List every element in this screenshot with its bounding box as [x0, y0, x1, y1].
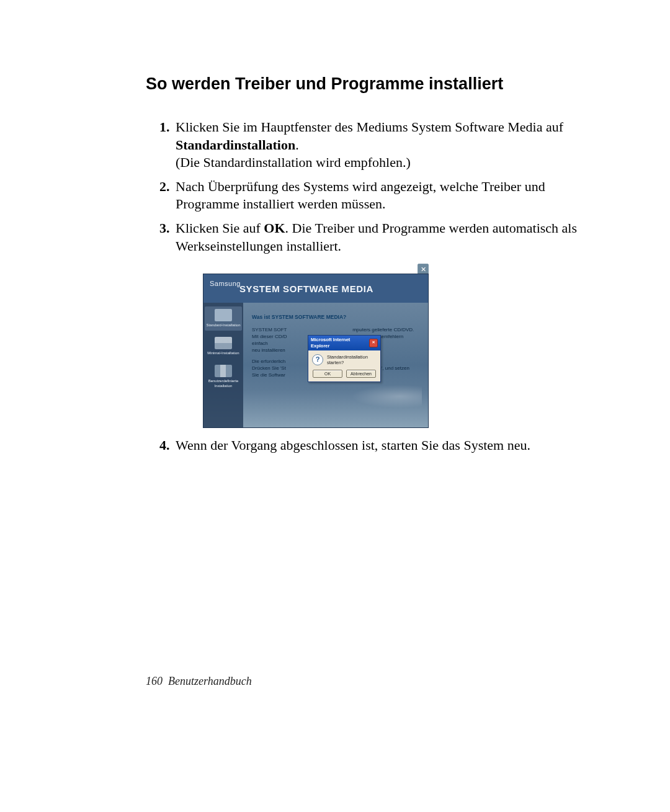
standard-install-icon [215, 309, 232, 321]
close-icon[interactable]: × [369, 339, 378, 347]
footer-label: Benutzerhandbuch [168, 675, 252, 687]
app-header: SamsungSYSTEM SOFTWARE MEDIA [203, 274, 428, 303]
dialog-body: ? Standardinstallation starten? [308, 350, 380, 369]
step-4-text: Wenn der Vorgang abgeschlossen ist, star… [176, 437, 530, 453]
step-1: Klicken Sie im Hauptfenster des Mediums … [173, 118, 596, 172]
main-question: Was ist SYSTEM SOFTWARE MEDIA? [252, 314, 421, 321]
main-panel: Was ist SYSTEM SOFTWARE MEDIA? SYSTEM SO… [243, 303, 428, 427]
sidebar-item-label: Benutzerdefinierte Installation [206, 379, 241, 389]
app-body: Standard-Installation Minimal-Installati… [203, 303, 428, 427]
ok-button[interactable]: OK [313, 370, 342, 378]
app-window: SamsungSYSTEM SOFTWARE MEDIA Standard-In… [203, 274, 429, 428]
brand-label: Samsung [210, 280, 241, 287]
dialog-button-row: OK Abbrechen [308, 368, 380, 381]
sidebar-item-custom[interactable]: Benutzerdefinierte Installation [205, 362, 242, 391]
document-page: So werden Treiber und Programme installi… [0, 0, 670, 812]
custom-install-icon [215, 365, 232, 377]
step-2: Nach Überprüfung des Systems wird angeze… [173, 178, 596, 213]
confirm-dialog: Microsoft Internet Explorer × ? Standard… [308, 335, 381, 382]
line-fragment: Sie die Softwar [252, 372, 285, 378]
sidebar-item-standard[interactable]: Standard-Installation [205, 306, 242, 331]
sidebar-item-label: Minimal-Installation [206, 351, 241, 356]
step-3: Klicken Sie auf OK. Die Treiber und Prog… [173, 220, 596, 428]
sidebar: Standard-Installation Minimal-Installati… [203, 303, 243, 427]
line-fragment: Die erforderlich [252, 359, 285, 364]
line-fragment: Mit dieser CD/D [252, 334, 287, 339]
step-4: Wenn der Vorgang abgeschlossen ist, star… [173, 437, 596, 455]
dialog-title-text: Microsoft Internet Explorer [311, 337, 369, 349]
section-heading: So werden Treiber und Programme installi… [146, 74, 596, 94]
product-label: SYSTEM SOFTWARE MEDIA [239, 283, 373, 294]
minimal-install-icon [215, 337, 232, 349]
step-2-text: Nach Überprüfung des Systems wird angeze… [176, 179, 545, 212]
page-number: 160 [146, 675, 163, 687]
page-footer: 160 Benutzerhandbuch [146, 675, 252, 688]
line-fragment: SYSTEM SOFT [252, 327, 287, 332]
dialog-titlebar: Microsoft Internet Explorer × [308, 336, 380, 350]
sidebar-item-label: Standard-Installation [206, 323, 241, 328]
line-fragment: Drücken Sie 'St [252, 365, 286, 371]
line-fragment: mputers gelieferte CD/DVD. [352, 327, 414, 332]
line-fragment: neu installieren [252, 347, 285, 353]
question-icon: ? [312, 354, 323, 365]
embedded-screenshot: ✕ SamsungSYSTEM SOFTWARE MEDIA Standard-… [203, 264, 429, 428]
step-1-bold: Standardinstallation [176, 137, 295, 153]
step-1-note: (Die Standardinstallation wird empfohlen… [176, 154, 411, 170]
cancel-button[interactable]: Abbrechen [346, 370, 376, 378]
instruction-list: Klicken Sie im Hauptfenster des Mediums … [146, 118, 596, 455]
step-1-text-a: Klicken Sie im Hauptfenster des Mediums … [176, 119, 563, 135]
step-3-text-a: Klicken Sie auf [176, 220, 264, 236]
step-1-period: . [295, 137, 299, 153]
dialog-message: Standardinstallation starten? [327, 354, 377, 367]
step-3-bold: OK [264, 220, 285, 236]
sidebar-item-minimal[interactable]: Minimal-Installation [205, 334, 242, 359]
